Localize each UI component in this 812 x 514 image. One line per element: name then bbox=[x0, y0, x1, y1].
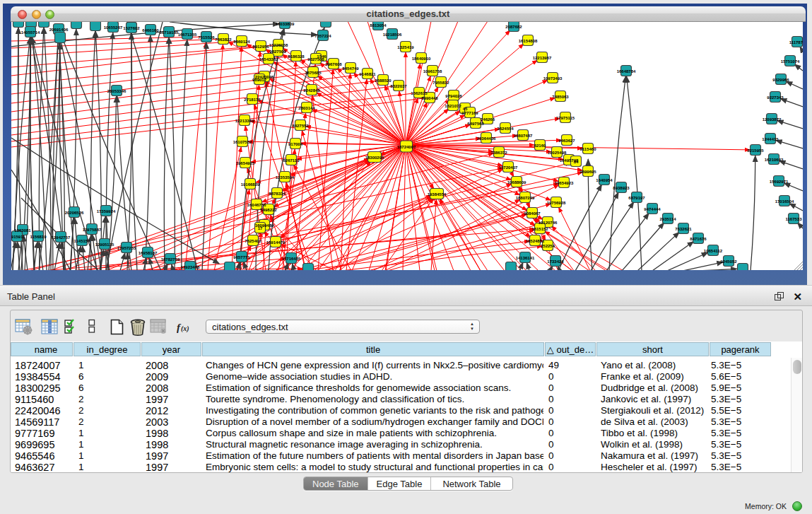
svg-text:3915911: 3915911 bbox=[11, 235, 25, 239]
svg-text:10807487: 10807487 bbox=[514, 134, 533, 138]
svg-text:1615152: 1615152 bbox=[531, 227, 548, 231]
svg-text:8471676: 8471676 bbox=[690, 237, 707, 241]
svg-text:18640910: 18640910 bbox=[412, 57, 431, 61]
svg-text:8186328: 8186328 bbox=[288, 54, 305, 59]
svg-text:10719185: 10719185 bbox=[160, 30, 179, 35]
svg-text:9777169: 9777169 bbox=[461, 111, 478, 115]
svg-text:2087682: 2087682 bbox=[505, 25, 522, 29]
svg-text:1156819: 1156819 bbox=[30, 235, 47, 239]
svg-text:8813054: 8813054 bbox=[370, 23, 387, 28]
svg-text:17975115: 17975115 bbox=[556, 116, 575, 120]
svg-text:8912956: 8912956 bbox=[252, 45, 269, 49]
svg-text:1562615: 1562615 bbox=[411, 91, 428, 95]
svg-text:15720407: 15720407 bbox=[499, 165, 518, 170]
svg-text:16107552: 16107552 bbox=[233, 140, 252, 144]
svg-text:1325419: 1325419 bbox=[397, 45, 414, 49]
svg-text:10973493: 10973493 bbox=[543, 76, 563, 81]
svg-text:10655267: 10655267 bbox=[104, 25, 123, 30]
svg-text:6466160: 6466160 bbox=[142, 28, 159, 33]
svg-text:20691406: 20691406 bbox=[49, 28, 69, 32]
svg-text:2803144: 2803144 bbox=[298, 106, 315, 110]
svg-text:8267110: 8267110 bbox=[283, 158, 300, 163]
svg-text:12213369: 12213369 bbox=[235, 119, 254, 123]
svg-text:2967608: 2967608 bbox=[325, 62, 342, 66]
svg-text:12353594: 12353594 bbox=[276, 175, 295, 180]
svg-text:3675685: 3675685 bbox=[305, 71, 322, 75]
svg-text:12923468: 12923468 bbox=[181, 265, 200, 269]
svg-text:1167533: 1167533 bbox=[785, 217, 802, 221]
svg-text:19166829: 19166829 bbox=[241, 182, 260, 187]
svg-text:9794028: 9794028 bbox=[445, 94, 462, 98]
svg-text:7955812: 7955812 bbox=[433, 81, 449, 85]
svg-text:20053346: 20053346 bbox=[107, 89, 126, 93]
svg-text:19654923: 19654923 bbox=[555, 181, 574, 185]
svg-text:9827500: 9827500 bbox=[269, 49, 286, 54]
svg-text:15751074: 15751074 bbox=[781, 59, 800, 64]
svg-text:1363081: 1363081 bbox=[14, 228, 31, 233]
svg-text:989017: 989017 bbox=[252, 78, 267, 82]
svg-text:8660124: 8660124 bbox=[233, 40, 250, 44]
svg-text:7386372: 7386372 bbox=[490, 151, 507, 155]
svg-text:7632621: 7632621 bbox=[675, 227, 692, 231]
svg-text:252254: 252254 bbox=[541, 244, 555, 248]
svg-text:16543382: 16543382 bbox=[259, 57, 278, 62]
svg-text:2718176: 2718176 bbox=[244, 98, 261, 102]
svg-text:6497568: 6497568 bbox=[467, 122, 484, 126]
svg-text:9115460: 9115460 bbox=[579, 147, 596, 151]
svg-text:8215955: 8215955 bbox=[747, 148, 764, 153]
svg-text:6879197: 6879197 bbox=[628, 196, 645, 200]
svg-text:1117876: 1117876 bbox=[789, 40, 803, 45]
svg-text:9327508: 9327508 bbox=[307, 57, 324, 62]
svg-text:8990448: 8990448 bbox=[421, 96, 438, 100]
svg-text:16671355: 16671355 bbox=[178, 33, 197, 37]
svg-text:9329966: 9329966 bbox=[772, 78, 789, 82]
svg-text:9242848: 9242848 bbox=[303, 88, 320, 93]
svg-text:3624554: 3624554 bbox=[497, 127, 514, 131]
svg-text:9463627: 9463627 bbox=[558, 139, 575, 143]
svg-text:746266: 746266 bbox=[481, 117, 495, 122]
svg-text:(x): (x) bbox=[181, 325, 189, 333]
svg-text:7663822: 7663822 bbox=[215, 37, 232, 42]
svg-text:1244415: 1244415 bbox=[762, 137, 779, 141]
svg-text:9657771: 9657771 bbox=[233, 255, 250, 259]
svg-text:16154808: 16154808 bbox=[519, 39, 538, 43]
svg-text:18524851: 18524851 bbox=[526, 239, 545, 243]
svg-text:7485063: 7485063 bbox=[552, 95, 569, 99]
svg-text:20206526: 20206526 bbox=[65, 211, 84, 215]
svg-text:9245052: 9245052 bbox=[720, 259, 737, 264]
svg-text:10654112: 10654112 bbox=[704, 249, 723, 253]
svg-text:9227343: 9227343 bbox=[767, 95, 784, 100]
svg-text:10120746: 10120746 bbox=[539, 221, 558, 225]
svg-text:17016504: 17016504 bbox=[775, 199, 794, 204]
svg-text:10961758: 10961758 bbox=[423, 69, 442, 74]
svg-text:9699695: 9699695 bbox=[579, 170, 596, 174]
svg-text:19218506: 19218506 bbox=[383, 33, 402, 37]
svg-text:10025498: 10025498 bbox=[548, 151, 567, 155]
svg-text:16210643: 16210643 bbox=[765, 158, 784, 162]
svg-text:10688609: 10688609 bbox=[507, 180, 526, 185]
svg-text:84: 84 bbox=[574, 160, 579, 164]
svg-text:12093872: 12093872 bbox=[763, 117, 782, 122]
svg-text:8427552: 8427552 bbox=[292, 124, 309, 128]
svg-text:12905135: 12905135 bbox=[95, 243, 114, 247]
svg-text:17359924: 17359924 bbox=[97, 209, 116, 214]
svg-text:8938923: 8938923 bbox=[613, 186, 630, 190]
svg-text:1621072: 1621072 bbox=[445, 104, 461, 108]
svg-text:9084067: 9084067 bbox=[524, 211, 541, 216]
svg-text:16046756: 16046756 bbox=[247, 203, 266, 207]
svg-text:17: 17 bbox=[258, 226, 263, 230]
svg-text:16648784: 16648784 bbox=[617, 69, 636, 74]
svg-text:20364436: 20364436 bbox=[477, 136, 496, 141]
svg-text:17957255: 17957255 bbox=[117, 246, 136, 250]
svg-text:7357224: 7357224 bbox=[314, 34, 331, 38]
svg-text:9474444: 9474444 bbox=[644, 207, 661, 211]
svg-text:1640954: 1640954 bbox=[596, 178, 613, 182]
svg-text:13975887: 13975887 bbox=[83, 228, 102, 232]
svg-text:8878334: 8878334 bbox=[269, 192, 286, 196]
svg-text:8454749: 8454749 bbox=[342, 66, 359, 71]
svg-text:2935114: 2935114 bbox=[659, 217, 676, 221]
svg-text:7625402: 7625402 bbox=[245, 239, 261, 243]
svg-text:7515526: 7515526 bbox=[198, 35, 215, 40]
svg-text:5498222: 5498222 bbox=[260, 208, 277, 212]
svg-text:62160: 62160 bbox=[534, 144, 546, 148]
